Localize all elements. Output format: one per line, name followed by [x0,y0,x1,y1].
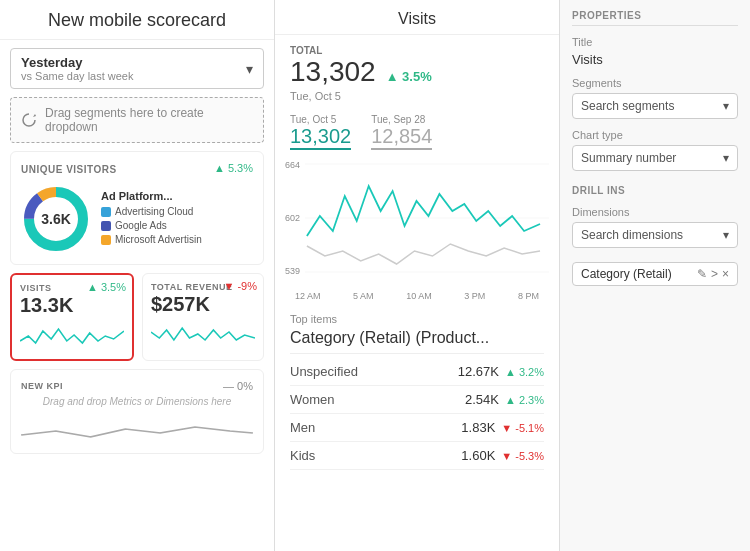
dimensions-chevron-icon: ▾ [723,228,729,242]
row-label-3: Men [290,420,315,435]
chart-type-chevron-icon: ▾ [723,151,729,165]
mid-panel: Visits TOTAL 13,302 ▲ 3.5% Tue, Oct 5 Tu… [275,0,560,551]
dimension-chip[interactable]: Category (Retail) ✎ > × [572,262,738,286]
properties-title: PROPERTIES [572,10,738,26]
segments-select[interactable]: Search segments ▾ [572,93,738,119]
visits-total-section: TOTAL 13,302 ▲ 3.5% Tue, Oct 5 [275,35,559,108]
row-change-3: ▼ -5.1% [501,422,544,434]
chip-forward-icon[interactable]: > [711,267,718,281]
chip-close-icon[interactable]: × [722,267,729,281]
compare-date-2: Tue, Sep 28 [371,114,432,125]
compare-date-1: Tue, Oct 5 [290,114,351,125]
left-header: New mobile scorecard [0,0,274,40]
donut-chart: 3.6K [21,184,91,254]
new-kpi-hint: Drag and drop Metrics or Dimensions here [21,396,253,407]
chip-actions: ✎ > × [697,267,729,281]
dimensions-select[interactable]: Search dimensions ▾ [572,222,738,248]
legend-dot-1 [101,207,111,217]
row-label-4: Kids [290,448,315,463]
date-chevron-icon: ▾ [246,61,253,77]
chart-x-axis: 12 AM 5 AM 10 AM 3 PM 8 PM [285,289,549,307]
legend-title: Ad Platform... [101,190,202,202]
data-row-4: Kids 1.60K ▼ -5.3% [290,442,544,470]
compare-item-1: Tue, Oct 5 13,302 [290,114,351,150]
segment-drop-zone: Drag segments here to create dropdown [10,97,264,143]
top-items-label: Top items [290,313,544,325]
unique-visitors-label: UNIQUE VISITORS [21,164,117,175]
legend-item-2: Google Ads [101,220,202,231]
dimensions-placeholder: Search dimensions [581,228,683,242]
row-val-3: 1.83K [461,420,495,435]
legend-label-2: Google Ads [115,220,167,231]
row-change-4: ▼ -5.3% [501,450,544,462]
new-kpi-chart [21,413,253,443]
legend-item-1: Advertising Cloud [101,206,202,217]
total-change: ▲ 3.5% [386,69,432,84]
row-val-1: 12.67K [458,364,499,379]
date-label: Yesterday [21,55,134,70]
revenue-value: $257K [151,292,255,316]
axis-label-5: 8 PM [518,291,539,301]
top-items-section: Top items Category (Retail) (Product... … [275,307,559,470]
compare-row: Tue, Oct 5 13,302 Tue, Sep 28 12,854 [275,108,559,156]
dimensions-section: Dimensions Search dimensions ▾ [572,206,738,248]
chart-type-section: Chart type Summary number ▾ [572,129,738,171]
total-number: 13,302 [290,56,376,88]
title-label: Title [572,36,738,48]
refresh-icon [21,112,37,128]
visits-change: ▲ 3.5% [87,281,126,293]
compare-num-1: 13,302 [290,125,351,150]
row-val-4: 1.60K [461,448,495,463]
compare-num-2: 12,854 [371,125,432,150]
revenue-card[interactable]: ▼ -9% TOTAL REVENUE $257K [142,273,264,361]
segments-placeholder: Search segments [581,99,674,113]
unique-visitors-change: ▲ 5.3% [214,162,253,174]
chart-type-label: Chart type [572,129,738,141]
revenue-change: ▼ -9% [223,280,257,292]
donut-legend: Ad Platform... Advertising Cloud Google … [101,190,202,248]
visits-value: 13.3K [20,293,124,317]
row-change-2: ▲ 2.3% [505,394,544,406]
visits-card[interactable]: ▲ 3.5% VISITS 13.3K [10,273,134,361]
data-row-2: Women 2.54K ▲ 2.3% [290,386,544,414]
mid-header: Visits [275,0,559,35]
line-chart: 664 602 539 12 AM 5 AM 10 AM 3 PM 8 PM [275,156,559,307]
chart-type-select[interactable]: Summary number ▾ [572,145,738,171]
axis-label-2: 5 AM [353,291,374,301]
chip-edit-icon[interactable]: ✎ [697,267,707,281]
data-row-1: Unspecified 12.67K ▲ 3.2% [290,358,544,386]
row-change-1: ▲ 3.2% [505,366,544,378]
scorecard-title: New mobile scorecard [15,10,259,31]
legend-label-3: Microsoft Advertisin [115,234,202,245]
chart-type-value: Summary number [581,151,676,165]
legend-item-3: Microsoft Advertisin [101,234,202,245]
chip-label: Category (Retail) [581,267,672,281]
drill-ins-label: DRILL INS [572,185,738,196]
segments-section: Segments Search segments ▾ [572,77,738,119]
title-section: Title Visits [572,36,738,67]
date-dropdown[interactable]: Yesterday vs Same day last week ▾ [10,48,264,89]
revenue-mini-chart [151,320,255,350]
segments-chevron-icon: ▾ [723,99,729,113]
date-sub: vs Same day last week [21,70,134,82]
row-label-1: Unspecified [290,364,358,379]
axis-label-1: 12 AM [295,291,321,301]
donut-value: 3.6K [41,211,71,227]
new-kpi-section: NEW KPI — 0% Drag and drop Metrics or Di… [10,369,264,454]
axis-label-3: 10 AM [406,291,432,301]
row-label-2: Women [290,392,335,407]
visits-mini-chart [20,321,124,351]
row-val-2: 2.54K [465,392,499,407]
left-panel: New mobile scorecard Yesterday vs Same d… [0,0,275,551]
svg-text:602: 602 [285,213,300,223]
legend-label-1: Advertising Cloud [115,206,193,217]
svg-text:539: 539 [285,266,300,276]
chart-title: Visits [290,10,544,28]
unique-visitors-section: UNIQUE VISITORS ▲ 5.3% 3.6K Ad Platform.… [10,151,264,265]
legend-dot-3 [101,235,111,245]
top-items-value: Category (Retail) (Product... [290,329,544,354]
right-panel: PROPERTIES Title Visits Segments Search … [560,0,750,551]
axis-label-4: 3 PM [464,291,485,301]
svg-text:664: 664 [285,160,300,170]
data-row-3: Men 1.83K ▼ -5.1% [290,414,544,442]
